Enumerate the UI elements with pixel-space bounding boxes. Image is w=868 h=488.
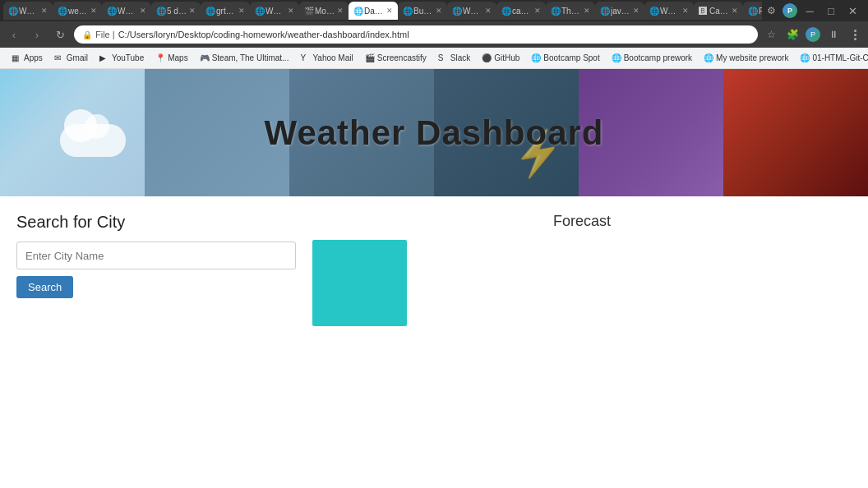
tab-13-close[interactable]: ✕ (633, 7, 639, 15)
tab-12-close[interactable]: ✕ (584, 7, 590, 15)
menu-dot-2 (854, 34, 856, 36)
bookmark-slack[interactable]: S Slack (433, 52, 475, 65)
tab-14-close[interactable]: ✕ (682, 7, 689, 15)
tab-5-close[interactable]: ✕ (238, 7, 245, 15)
profile-icon[interactable]: P (806, 27, 820, 42)
address-path: C:/Users/loryn/Desktop/coding-homework/w… (118, 30, 409, 39)
tab-15[interactable]: 🅱 Cards ... ✕ (694, 2, 743, 20)
tab-14[interactable]: 🌐 Weathe... ✕ (644, 2, 694, 20)
tab-15-close[interactable]: ✕ (732, 7, 738, 15)
tab-13[interactable]: 🌐 javascri... ✕ (595, 2, 644, 20)
tab-11-close[interactable]: ✕ (534, 7, 541, 15)
tab-12-favicon: 🌐 (551, 7, 559, 15)
back-button[interactable]: ‹ (5, 25, 23, 44)
menu-dot-1 (854, 30, 856, 32)
chrome-menu-button[interactable] (847, 26, 863, 43)
bookmark-html-git[interactable]: 🌐 01-HTML-Git-CSS-... (795, 52, 868, 65)
tab-7-favicon: 🎬 (304, 7, 312, 15)
search-button[interactable]: Search (16, 276, 73, 298)
tab-4-close[interactable]: ✕ (189, 7, 196, 15)
bookmark-bootcamp-spot[interactable]: 🌐 Bootcamp Spot (526, 52, 604, 65)
search-section-title: Search for City (16, 213, 296, 232)
tab-11[interactable]: 🌐 cannon... ✕ (496, 2, 546, 20)
bookmark-my-website-label: My website prework (716, 53, 788, 62)
tab-13-favicon: 🌐 (600, 7, 608, 15)
tab-5-label: grttng (216, 7, 236, 16)
tab-14-favicon: 🌐 (649, 7, 658, 15)
tab-1[interactable]: 🌐 Weathe... ✕ (3, 2, 53, 20)
menu-dot-3 (854, 38, 856, 40)
lock-icon: 🔒 (82, 30, 92, 39)
tab-4-favicon: 🌐 (156, 7, 164, 15)
tab-3-close[interactable]: ✕ (140, 7, 146, 15)
screencastify-icon: 🎬 (365, 53, 375, 63)
tab-3[interactable]: 🌐 Weathe... ✕ (102, 2, 151, 20)
tab-9[interactable]: 🌐 Build W... ✕ (398, 2, 447, 20)
bookmark-github-label: GitHub (494, 53, 519, 62)
apps-icon: ▦ (12, 53, 21, 63)
tab-16[interactable]: 🌐 RayKu... ✕ (743, 2, 762, 20)
cloud-body (60, 124, 126, 157)
tab-6-label: Weathe... (265, 7, 285, 16)
extensions-button[interactable]: 🧩 (784, 26, 801, 43)
tab-10-close[interactable]: ✕ (485, 7, 492, 15)
close-button[interactable]: ✕ (843, 2, 861, 20)
tab-8-active[interactable]: 🌐 Dashbo... ✕ (349, 2, 398, 20)
tab-10[interactable]: 🌐 Weathe... ✕ (447, 2, 496, 20)
profile-avatar[interactable]: P (783, 3, 797, 18)
bookmark-youtube[interactable]: ▶ YouTube (95, 52, 149, 65)
tab-8-close[interactable]: ✕ (386, 7, 393, 15)
forward-button[interactable]: › (28, 25, 46, 44)
tab-12[interactable]: 🌐 The Wi... ✕ (546, 2, 595, 20)
city-search-input[interactable] (16, 242, 296, 269)
html-git-icon: 🌐 (800, 53, 810, 63)
minimize-button[interactable]: ─ (801, 2, 819, 20)
bookmark-youtube-label: YouTube (112, 53, 144, 62)
address-bar[interactable]: 🔒 File | C:/Users/loryn/Desktop/coding-h… (74, 25, 758, 44)
tab-6[interactable]: 🌐 Weathe... ✕ (250, 2, 299, 20)
tab-9-favicon: 🌐 (403, 7, 411, 15)
extensions-icon[interactable]: ⚙ (763, 2, 779, 19)
cloud-decoration (44, 108, 142, 157)
bookmark-maps[interactable]: 📍 Maps (150, 52, 192, 65)
tab-8-favicon: 🌐 (353, 7, 362, 15)
sync-icon[interactable]: ⏸ (825, 26, 842, 43)
bookmark-apps[interactable]: ▦ Apps (7, 52, 48, 65)
tab-4[interactable]: 🌐 5 day f... ✕ (151, 2, 201, 20)
bookmark-bootcamp-prework[interactable]: 🌐 Bootcamp prework (607, 52, 697, 65)
bookmark-my-website[interactable]: 🌐 My website prework (699, 52, 793, 65)
banner-segment-6 (723, 69, 868, 196)
bookmark-github[interactable]: ⚫ GitHub (477, 52, 524, 65)
weather-banner: ⚡ Weather Dashboard (0, 69, 868, 196)
tab-9-close[interactable]: ✕ (436, 7, 442, 15)
bookmark-star-icon[interactable]: ☆ (763, 26, 779, 43)
bookmark-steam[interactable]: 🎮 Steam, The Ultimat... (195, 52, 294, 65)
bootcamp-prework-icon: 🌐 (612, 53, 621, 63)
tab-7[interactable]: 🎬 Movie 1... ✕ (299, 2, 349, 20)
bookmark-html-git-label: 01-HTML-Git-CSS-... (812, 53, 868, 62)
yahoo-icon: Y (300, 53, 310, 63)
maximize-button[interactable]: □ (822, 2, 840, 20)
tab-2[interactable]: 🌐 weath... ✕ (53, 2, 102, 20)
tab-2-close[interactable]: ✕ (90, 7, 97, 15)
tab-11-favicon: 🌐 (501, 7, 510, 15)
my-website-icon: 🌐 (704, 53, 713, 63)
bookmark-bootcamp-prework-label: Bootcamp prework (624, 53, 692, 62)
tab-1-close[interactable]: ✕ (41, 7, 48, 15)
bookmark-screencastify[interactable]: 🎬 Screencastify (360, 52, 432, 65)
forecast-title: Forecast (312, 213, 852, 230)
bookmark-gmail[interactable]: ✉ Gmail (49, 52, 93, 65)
bookmark-yahoo[interactable]: Y Yahoo Mail (295, 52, 358, 65)
bookmark-apps-label: Apps (24, 53, 43, 62)
steam-icon: 🎮 (200, 53, 210, 63)
tab-7-label: Movie 1... (315, 7, 335, 16)
bookmark-steam-label: Steam, The Ultimat... (212, 53, 289, 62)
tab-5[interactable]: 🌐 grttng ✕ (201, 2, 250, 20)
bookmark-maps-label: Maps (168, 53, 187, 62)
tab-7-close[interactable]: ✕ (337, 7, 344, 15)
tab-4-label: 5 day f... (167, 7, 187, 16)
search-panel: Search for City Search (16, 213, 296, 326)
address-prefix: File | (95, 30, 115, 39)
tab-6-close[interactable]: ✕ (288, 7, 294, 15)
reload-button[interactable]: ↻ (51, 25, 69, 44)
